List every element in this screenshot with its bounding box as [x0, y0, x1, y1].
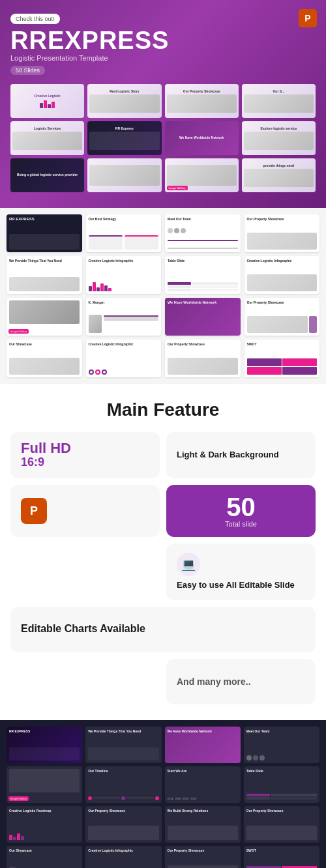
thumb-meet-team: Meet Our Team [165, 214, 241, 252]
dark-thumb-property-6: Our Property Showcase [165, 846, 241, 868]
dark-thumb-rr: RR EXPRESS [7, 727, 82, 763]
dark-thumb-start: Start We Are 2014 2016 2018 2019 [165, 766, 241, 803]
thumb-property-3: Our Property Showcase [165, 340, 241, 377]
thumb-creative-infographic-1: Creative Logistic Infographic [86, 256, 162, 294]
dark-thumb-gallery: Image Gallery [7, 766, 82, 803]
thumb-table-slide: Table Slide [165, 256, 241, 294]
dark-thumb-provide: We Provide Things That You Need [85, 727, 161, 763]
image-gallery-badge: Image Gallery [8, 329, 29, 334]
thumb-our-showcase: Our Showcase [7, 340, 82, 377]
ppt-icon: P [21, 498, 47, 524]
features-grid: Full HD 16:9 Light & Dark Background P 5… [10, 432, 316, 704]
features-section: Main Feature Full HD 16:9 Light & Dark B… [0, 384, 326, 720]
hero-title: RREXPRESS [10, 28, 316, 53]
hero-thumb-4: Our S... [242, 84, 316, 118]
dark-thumb-showcase: Our Showcase 24 hr [7, 846, 82, 868]
hero-thumb-3: Our Property Showcase [165, 84, 239, 118]
feature-slides: 50 Total slide [166, 485, 316, 537]
hero-slides-badge: 50 Slides [10, 66, 45, 75]
hero-badge: Check this out! [10, 14, 60, 24]
thumb-provide-things: We Provide Things That You Need [7, 256, 82, 294]
dark-thumb-roadmap: Creative Logistic Roadmap [7, 806, 82, 843]
hero-subtitle: Logistic Presentation Template [10, 54, 316, 62]
thumb-property-1: Our Property Showcase [244, 214, 320, 252]
thumb-property-2: Our Property Showcase [244, 298, 320, 336]
light-thumbs-grid: RR EXPRESS Our Best Strategy Meet Our Te… [7, 214, 319, 377]
hero-thumb-10 [87, 158, 161, 192]
thumb-rr-express: RR EXPRESS [7, 214, 82, 252]
hero-thumb-2: Real Logistic Story [87, 84, 161, 118]
dark-thumb-worldwide: We Have Worldwide Network [165, 727, 241, 763]
features-title: Main Feature [10, 399, 316, 420]
dark-gallery-badge: Image Gallery [8, 796, 29, 801]
feature-fullhd: Full HD 16:9 [10, 432, 160, 478]
dark-thumb-timeline: Our Timeline [85, 766, 161, 803]
feature-more: And many more.. [166, 659, 316, 704]
thumb-worldwide-network: We Have Worldwide Network [165, 298, 241, 336]
feature-charts: Editable Charts Available [10, 607, 316, 652]
light-thumbs-section: RR EXPRESS Our Best Strategy Meet Our Te… [0, 208, 326, 384]
hero-section: P Check this out! RREXPRESS Logistic Pre… [0, 0, 326, 208]
hero-thumb-11: Image Gallery [165, 158, 239, 192]
hero-thumb-7: We Have Worldwide Network [165, 121, 239, 155]
thumb-best-strategy: Our Best Strategy [86, 214, 162, 252]
thumb-k-morgan: K. Morgan [86, 298, 162, 336]
hero-thumb-12: provide things need [242, 158, 316, 192]
feature-editable: 💻 Easy to use All Editable Slide [166, 543, 316, 600]
dark-thumb-property-4: Our Property Showcase [85, 806, 161, 843]
dark-thumb-infographic-dark: Creative Logistic Infographic [85, 846, 161, 868]
dark-thumb-build-strong: We Build Strong Relations [165, 806, 241, 843]
thumb-swot: SWOT [244, 340, 320, 377]
hero-thumb-6: RR Express [87, 121, 161, 155]
dark-thumb-table: Table Slide [244, 766, 319, 803]
hero-thumb-1: Creative Logistic [10, 84, 84, 118]
dark-thumb-property-5: Our Property Showcase [244, 806, 319, 843]
dark-section: RR EXPRESS We Provide Things That You Ne… [0, 720, 326, 868]
hero-thumb-8: Explore logistic service [242, 121, 316, 155]
thumb-creative-infographic-2: Creative Logistic Infographic [244, 256, 320, 294]
feature-lightdark: Light & Dark Background [166, 432, 316, 478]
dark-thumb-team: Meet Our Team [244, 727, 319, 763]
dark-thumb-swot: SWOT [244, 846, 319, 868]
hero-slides-grid: Creative Logistic Real Logistic Story Ou… [10, 84, 316, 192]
dark-thumbs-grid: RR EXPRESS We Provide Things That You Ne… [7, 727, 319, 868]
hero-thumb-5: Logistic Services [10, 121, 84, 155]
feature-ppt: P [10, 485, 160, 537]
thumb-creative-infographic-3: Creative Logistic Infographic [86, 340, 162, 377]
powerpoint-icon: P [299, 9, 317, 27]
hero-thumb-9: Being a global logistic service provider [10, 158, 84, 192]
thumb-image-gallery: Image Gallery [7, 298, 82, 336]
